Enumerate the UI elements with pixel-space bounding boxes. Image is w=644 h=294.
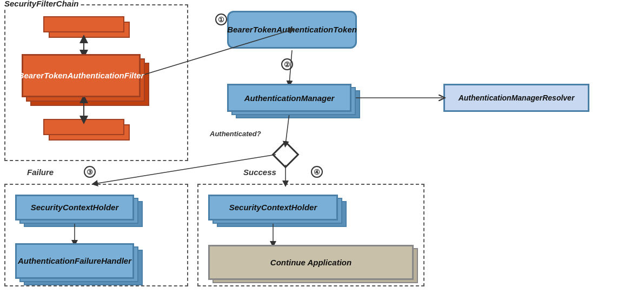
- step3-badge: ③: [84, 166, 96, 178]
- step4-badge: ④: [311, 166, 323, 178]
- sec-context-holder-failure-label: SecurityContextHolder: [31, 202, 119, 213]
- authenticated-question-label: Authenticated?: [210, 130, 261, 138]
- auth-manager-label: AuthenticationManager: [244, 93, 335, 103]
- success-label: Success: [243, 168, 276, 177]
- security-filter-chain-label: SecurityFilterChain: [3, 0, 80, 8]
- auth-failure-handler-box: AuthenticationFailureHandler: [15, 243, 134, 279]
- sec-context-holder-success-box: SecurityContextHolder: [208, 195, 338, 220]
- auth-manager-resolver-box: AuthenticationManagerResolver: [443, 84, 589, 112]
- orange-bar-top: [43, 16, 124, 32]
- auth-manager-box: AuthenticationManager: [227, 84, 351, 112]
- continue-application-box: Continue Application: [208, 245, 414, 280]
- bearer-token-auth-filter-box: BearerTokenAuthenticationFilter: [22, 54, 141, 97]
- step1-badge: ①: [215, 14, 227, 25]
- bearer-token-auth-token-label: BearerTokenAuthenticationToken: [227, 24, 357, 35]
- auth-failure-handler-label: AuthenticationFailureHandler: [18, 256, 131, 266]
- decision-diamond: [272, 141, 300, 169]
- bearer-token-auth-filter-label: BearerTokenAuthenticationFilter: [18, 70, 144, 81]
- orange-bar-bottom: [43, 119, 124, 135]
- step2-badge: ②: [281, 58, 293, 70]
- failure-label: Failure: [27, 168, 54, 177]
- diagram-container: SecurityFilterChain BearerTokenAuthentic…: [0, 0, 644, 294]
- auth-manager-resolver-label: AuthenticationManagerResolver: [459, 93, 575, 102]
- continue-application-label: Continue Application: [270, 257, 351, 268]
- bearer-token-auth-token-box: BearerTokenAuthenticationToken: [227, 11, 357, 49]
- sec-context-holder-failure-box: SecurityContextHolder: [15, 195, 134, 220]
- sec-context-holder-success-label: SecurityContextHolder: [229, 202, 317, 213]
